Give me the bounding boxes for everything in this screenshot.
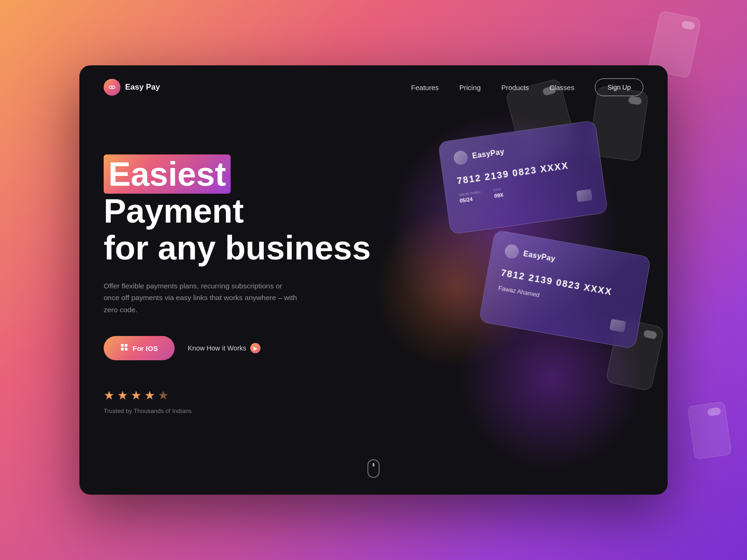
- know-how-label: Know How it Works: [188, 344, 246, 352]
- ios-button-label: For IOS: [133, 344, 158, 352]
- headline-highlight: Easiest: [104, 154, 231, 194]
- nav-products[interactable]: Products: [501, 84, 529, 91]
- star-2: ★: [117, 388, 128, 403]
- stars-section: ★ ★ ★ ★ ★ Trusted by Thousands of Indian…: [104, 388, 374, 414]
- nav-features[interactable]: Features: [411, 84, 439, 91]
- svg-rect-3: [125, 344, 127, 347]
- svg-point-0: [109, 86, 112, 89]
- scroll-mouse-icon: [367, 459, 380, 478]
- scroll-dot: [373, 463, 374, 467]
- ios-button[interactable]: For IOS: [104, 336, 175, 360]
- svg-rect-2: [121, 344, 124, 347]
- logo-icon: [104, 79, 120, 96]
- browser-window: Easy Pay Features Pricing Products Class…: [79, 65, 668, 495]
- nav-links: Features Pricing Products Classes Sign U…: [411, 78, 643, 96]
- headline-rest: Paymentfor any business: [104, 192, 371, 266]
- scroll-indicator: [367, 459, 380, 478]
- stars-row: ★ ★ ★ ★ ★: [104, 388, 374, 403]
- main-content: Easiest Paymentfor any business Offer fl…: [79, 109, 668, 414]
- star-5-half: ★: [158, 388, 169, 403]
- signup-button[interactable]: Sign Up: [595, 78, 643, 96]
- cta-row: For IOS Know How it Works ▶: [104, 336, 374, 360]
- know-how-link[interactable]: Know How it Works ▶: [188, 343, 260, 353]
- know-how-arrow-icon: ▶: [250, 343, 261, 353]
- svg-rect-4: [121, 348, 124, 350]
- star-4: ★: [144, 388, 155, 403]
- trusted-text: Trusted by Thousands of Indians: [104, 407, 374, 414]
- left-content: Easiest Paymentfor any business Offer fl…: [104, 147, 374, 414]
- logo[interactable]: Easy Pay: [104, 79, 160, 96]
- hero-headline: Easiest Paymentfor any business: [104, 156, 374, 267]
- svg-rect-5: [125, 348, 127, 350]
- app-store-icon: [120, 343, 128, 353]
- deco-card-outside-bottom: [687, 401, 732, 460]
- nav-pricing[interactable]: Pricing: [459, 84, 481, 91]
- nav-classes[interactable]: Classes: [550, 84, 574, 91]
- star-3: ★: [131, 388, 141, 403]
- logo-text: Easy Pay: [125, 83, 160, 92]
- hero-subtext: Offer flexible payments plans, recurring…: [104, 280, 300, 316]
- svg-point-1: [112, 86, 115, 89]
- navbar: Easy Pay Features Pricing Products Class…: [79, 65, 668, 109]
- star-1: ★: [104, 388, 114, 403]
